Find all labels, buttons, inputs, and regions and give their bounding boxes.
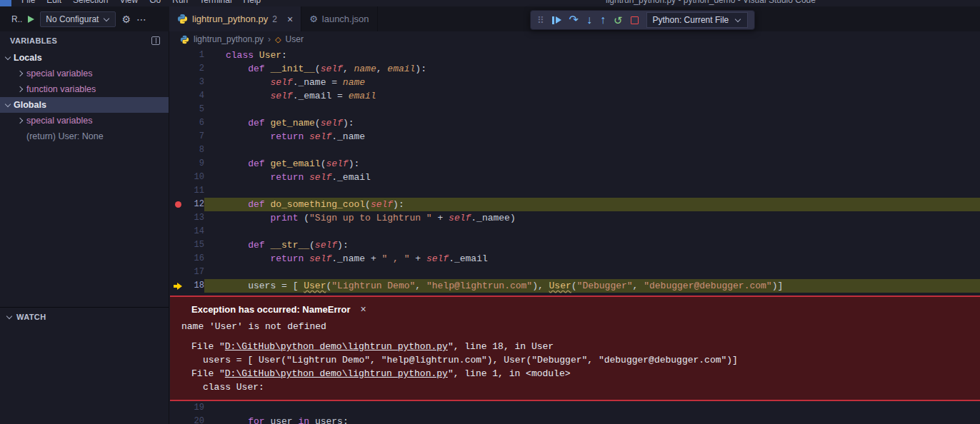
breadcrumb[interactable]: lightrun_python.py › ◇ User — [170, 31, 980, 47]
step-over-icon[interactable]: ↷ — [569, 14, 579, 26]
menu-item[interactable]: View — [114, 0, 144, 1]
gutter-glyph-margin[interactable] — [170, 62, 186, 76]
code-text[interactable]: def do_something_cool(self): — [204, 198, 980, 211]
menu-item[interactable]: Help — [238, 0, 267, 1]
code-text[interactable]: for user in users: — [204, 415, 980, 424]
code-line[interactable]: 18 users = [ User("Lightrun Demo", "help… — [170, 279, 980, 293]
code-text[interactable] — [204, 401, 980, 415]
gutter-glyph-margin[interactable] — [170, 238, 186, 252]
gutter-glyph-margin[interactable] — [170, 198, 186, 211]
code-text[interactable]: return self._email — [204, 171, 980, 184]
code-line[interactable]: 3 self._name = name — [170, 76, 980, 89]
gutter-glyph-margin[interactable] — [170, 157, 186, 171]
code-line[interactable]: 20 for user in users: — [170, 415, 980, 424]
chevron-right-icon[interactable] — [17, 117, 24, 124]
code-line[interactable]: 1class User: — [170, 49, 980, 62]
gear-icon[interactable]: ⚙ — [121, 14, 131, 24]
code-line[interactable]: 13 print ("Sign up to Lightrun " + self.… — [170, 211, 980, 225]
chevron-right-icon[interactable] — [17, 70, 24, 77]
code-line[interactable]: 12 def do_something_cool(self): — [170, 198, 980, 211]
variables-tree-item[interactable]: function variables — [0, 81, 169, 97]
gutter-glyph-margin[interactable] — [170, 415, 186, 424]
chevron-down-icon[interactable] — [4, 101, 11, 108]
restart-icon[interactable]: ↺ — [614, 15, 623, 26]
gutter-glyph-margin[interactable] — [170, 279, 186, 293]
variables-tree-item[interactable]: (return) User: None — [0, 128, 169, 144]
gutter-glyph-margin[interactable] — [170, 171, 186, 184]
tab-launch-json[interactable]: ⚙ launch.json — [301, 6, 377, 31]
code-text[interactable]: users = [ User("Lightrun Demo", "help@li… — [204, 279, 980, 293]
gutter-glyph-margin[interactable] — [170, 116, 186, 130]
code-line[interactable]: 11 — [170, 184, 980, 198]
gutter-glyph-margin[interactable] — [170, 252, 186, 266]
code-line[interactable]: 10 return self._email — [170, 171, 980, 184]
menu-item[interactable]: File — [16, 0, 41, 1]
code-line[interactable]: 7 return self._name — [170, 130, 980, 143]
code-text[interactable] — [204, 143, 980, 157]
code-text[interactable]: def __str__(self): — [204, 238, 980, 252]
code-text[interactable]: print ("Sign up to Lightrun " + self._na… — [204, 211, 980, 225]
gutter-glyph-margin[interactable] — [170, 130, 186, 143]
variables-tree-item[interactable]: Locals — [0, 50, 169, 66]
code-text[interactable]: return self._name — [204, 130, 980, 143]
code-line[interactable]: 14 — [170, 225, 980, 238]
python-interpreter-select[interactable]: Python: Current File — [646, 12, 749, 28]
code-line[interactable]: 2 def __init__(self, name, email): — [170, 62, 980, 76]
step-into-icon[interactable]: ↓ — [586, 14, 592, 26]
gutter-glyph-margin[interactable] — [170, 89, 186, 103]
code-text[interactable] — [204, 103, 980, 116]
gutter-glyph-margin[interactable] — [170, 266, 186, 279]
watch-panel-header[interactable]: WATCH — [0, 307, 169, 325]
close-icon[interactable]: × — [361, 303, 366, 316]
variables-tree-item[interactable]: Globals — [0, 97, 169, 113]
tab-lightrun-python[interactable]: lightrun_python.py 2 × — [169, 6, 301, 31]
breadcrumb-file[interactable]: lightrun_python.py — [194, 34, 264, 44]
drag-handle-icon[interactable]: ⠿ — [537, 16, 544, 25]
breadcrumb-symbol[interactable]: User — [286, 34, 304, 44]
start-debugging-icon[interactable] — [28, 16, 34, 23]
menu-item[interactable]: Run — [166, 0, 194, 1]
code-line[interactable]: 4 self._email = email — [170, 89, 980, 103]
traceback-file-link[interactable]: D:\GitHub\python_demo\lightrun_python.py — [225, 368, 448, 379]
chevron-right-icon[interactable] — [17, 86, 24, 93]
code-text[interactable]: def get_email(self): — [204, 157, 980, 171]
variables-tree-item[interactable]: special variables — [0, 66, 169, 81]
traceback-file-link[interactable]: D:\GitHub\python_demo\lightrun_python.py — [225, 341, 448, 352]
gutter-glyph-margin[interactable] — [170, 76, 186, 89]
code-text[interactable]: def get_name(self): — [204, 116, 980, 130]
code-text[interactable] — [204, 225, 980, 238]
variables-panel-header[interactable]: VARIABLES — [0, 31, 169, 50]
close-icon[interactable]: × — [287, 14, 293, 25]
menu-item[interactable]: Selection — [67, 0, 114, 1]
code-line[interactable]: 6 def get_name(self): — [170, 116, 980, 130]
step-out-icon[interactable]: ↑ — [600, 14, 606, 26]
panel-actions-icon[interactable] — [151, 36, 160, 45]
gutter-glyph-margin[interactable] — [170, 225, 186, 238]
code-line[interactable]: 19 — [170, 401, 980, 415]
code-text[interactable] — [204, 266, 980, 279]
menu-item[interactable]: Edit — [41, 0, 67, 1]
gutter-glyph-margin[interactable] — [170, 143, 186, 157]
code-text[interactable]: def __init__(self, name, email): — [204, 62, 980, 76]
code-line[interactable]: 9 def get_email(self): — [170, 157, 980, 171]
vscode-logo-icon[interactable] — [0, 0, 11, 6]
gutter-glyph-margin[interactable] — [170, 401, 186, 415]
code-line[interactable]: 16 return self._name + " , " + self._ema… — [170, 252, 980, 266]
code-text[interactable]: self._name = name — [204, 76, 980, 89]
code-text[interactable] — [204, 184, 980, 198]
code-line[interactable]: 15 def __str__(self): — [170, 238, 980, 252]
more-actions-icon[interactable]: ⋯ — [136, 14, 146, 24]
code-text[interactable]: return self._name + " , " + self._email — [204, 252, 980, 266]
chevron-down-icon[interactable] — [4, 54, 11, 61]
gutter-glyph-margin[interactable] — [170, 184, 186, 198]
gutter-glyph-margin[interactable] — [170, 49, 186, 62]
menu-item[interactable]: Terminal — [194, 0, 237, 1]
debug-config-select[interactable]: No Configurat — [40, 11, 116, 27]
continue-icon[interactable] — [552, 16, 561, 24]
menu-item[interactable]: Go — [144, 0, 166, 1]
code-text[interactable]: self._email = email — [204, 89, 980, 103]
code-line[interactable]: 8 — [170, 143, 980, 157]
variables-tree-item[interactable]: special variables — [0, 113, 169, 128]
breakpoint-icon[interactable] — [175, 201, 181, 208]
code-line[interactable]: 5 — [170, 103, 980, 116]
